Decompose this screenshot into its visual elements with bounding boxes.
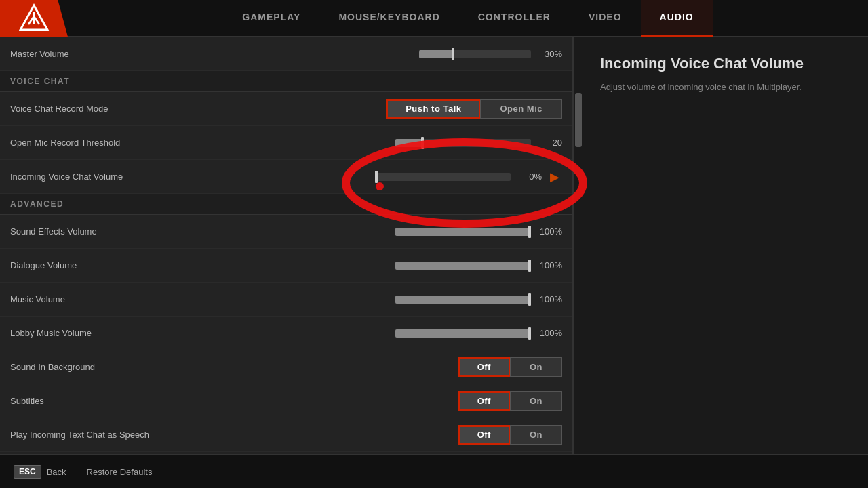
open-mic-button[interactable]: Open Mic: [480, 99, 562, 119]
sound-in-bg-label: Sound In Background: [10, 362, 458, 372]
incoming-voice-chat-value: 0%: [516, 171, 542, 182]
open-mic-threshold-control: 20: [395, 138, 562, 148]
music-volume-label: Music Volume: [10, 294, 395, 304]
scrollbar-thumb[interactable]: [575, 93, 582, 147]
top-nav: GAMEPLAY MOUSE/KEYBOARD CONTROLLER VIDEO…: [0, 0, 868, 37]
master-volume-control: 30%: [419, 49, 562, 59]
open-mic-threshold-label: Open Mic Record Threshold: [10, 138, 395, 148]
sound-effects-label: Sound Effects Volume: [10, 226, 395, 237]
restore-defaults-button[interactable]: Restore Defaults: [87, 467, 153, 477]
sound-effects-control: 100%: [395, 226, 562, 237]
dialogue-volume-label: Dialogue Volume: [10, 260, 395, 270]
nav-tab-gameplay[interactable]: GAMEPLAY: [223, 0, 319, 37]
sound-effects-slider[interactable]: [395, 228, 531, 236]
master-volume-value: 30%: [536, 49, 562, 59]
dialogue-volume-control: 100%: [395, 260, 562, 270]
incoming-voice-chat-control: 0% ▶: [375, 169, 562, 184]
dialogue-volume-slider[interactable]: [395, 262, 531, 270]
back-label: Back: [47, 467, 66, 477]
settings-panel: Master Volume 30% VOICE CHAT Voice Chat …: [0, 37, 574, 454]
lobby-music-row: Lobby Music Volume 100%: [0, 317, 572, 350]
nav-tab-mousekeyboard[interactable]: MOUSE/KEYBOARD: [319, 0, 458, 37]
text-chat-speech-on-button[interactable]: On: [510, 425, 562, 445]
logo-area: [0, 0, 68, 37]
main-content: Master Volume 30% VOICE CHAT Voice Chat …: [0, 37, 868, 454]
nav-tab-video[interactable]: VIDEO: [570, 0, 641, 37]
music-volume-value: 100%: [536, 294, 562, 304]
bottom-bar: ESC Back Restore Defaults: [0, 454, 868, 488]
info-panel: Incoming Voice Chat Volume Adjust volume…: [583, 37, 868, 454]
voice-chat-record-mode-control: Push to Talk Open Mic: [386, 99, 562, 119]
incoming-voice-chat-arrow[interactable]: ▶: [547, 169, 562, 184]
back-button[interactable]: ESC Back: [14, 465, 66, 479]
lobby-music-label: Lobby Music Volume: [10, 328, 395, 338]
text-chat-speech-label: Play Incoming Text Chat as Speech: [10, 430, 458, 440]
lobby-music-value: 100%: [536, 328, 562, 338]
sound-effects-value: 100%: [536, 226, 562, 237]
dialogue-volume-row: Dialogue Volume 100%: [0, 249, 572, 283]
nav-tab-controller[interactable]: CONTROLLER: [459, 0, 570, 37]
music-volume-control: 100%: [395, 294, 562, 304]
info-title: Incoming Voice Chat Volume: [600, 54, 851, 74]
voice-chat-record-mode-row: Voice Chat Record Mode Push to Talk Open…: [0, 92, 572, 126]
convert-voice-row: Convert Incoming Voice to Chat Text Off …: [0, 452, 572, 454]
info-desc: Adjust volume of incoming voice chat in …: [600, 81, 851, 94]
music-volume-slider[interactable]: [395, 296, 531, 304]
master-volume-slider[interactable]: [419, 50, 531, 58]
subtitles-on-button[interactable]: On: [510, 391, 562, 411]
scrollbar[interactable]: [574, 37, 583, 454]
sound-in-bg-on-button[interactable]: On: [510, 357, 562, 377]
sound-in-bg-row: Sound In Background Off On: [0, 350, 572, 384]
push-to-talk-button[interactable]: Push to Talk: [386, 99, 480, 119]
text-chat-speech-row: Play Incoming Text Chat as Speech Off On: [0, 418, 572, 452]
subtitles-label: Subtitles: [10, 396, 458, 406]
lobby-music-control: 100%: [395, 328, 562, 338]
sound-in-bg-control: Off On: [458, 357, 562, 377]
subtitles-row: Subtitles Off On: [0, 384, 572, 418]
sound-in-bg-off-button[interactable]: Off: [458, 357, 510, 377]
subtitles-off-button[interactable]: Off: [458, 391, 510, 411]
sound-effects-row: Sound Effects Volume 100%: [0, 215, 572, 249]
subtitles-control: Off On: [458, 391, 562, 411]
text-chat-speech-control: Off On: [458, 425, 562, 445]
open-mic-threshold-value: 20: [536, 138, 562, 148]
open-mic-threshold-row: Open Mic Record Threshold 20: [0, 126, 572, 160]
master-volume-row: Master Volume 30%: [0, 37, 572, 71]
incoming-voice-chat-row: Incoming Voice Chat Volume 0% ▶: [0, 160, 572, 194]
master-volume-label: Master Volume: [10, 49, 419, 59]
restore-defaults-label: Restore Defaults: [87, 467, 153, 477]
voice-chat-record-mode-label: Voice Chat Record Mode: [10, 104, 386, 114]
music-volume-row: Music Volume 100%: [0, 283, 572, 317]
advanced-section-header: ADVANCED: [0, 194, 572, 215]
apex-logo-icon: [19, 3, 50, 33]
open-mic-threshold-slider[interactable]: [395, 139, 531, 147]
voice-chat-section-header: VOICE CHAT: [0, 71, 572, 92]
nav-tabs: GAMEPLAY MOUSE/KEYBOARD CONTROLLER VIDEO…: [68, 0, 868, 37]
esc-key: ESC: [14, 465, 41, 479]
dialogue-volume-value: 100%: [536, 260, 562, 270]
incoming-voice-chat-slider[interactable]: [375, 173, 511, 181]
incoming-voice-chat-label: Incoming Voice Chat Volume: [10, 171, 375, 182]
nav-tab-audio[interactable]: AUDIO: [641, 0, 713, 37]
text-chat-speech-off-button[interactable]: Off: [458, 425, 510, 445]
lobby-music-slider[interactable]: [395, 329, 531, 338]
